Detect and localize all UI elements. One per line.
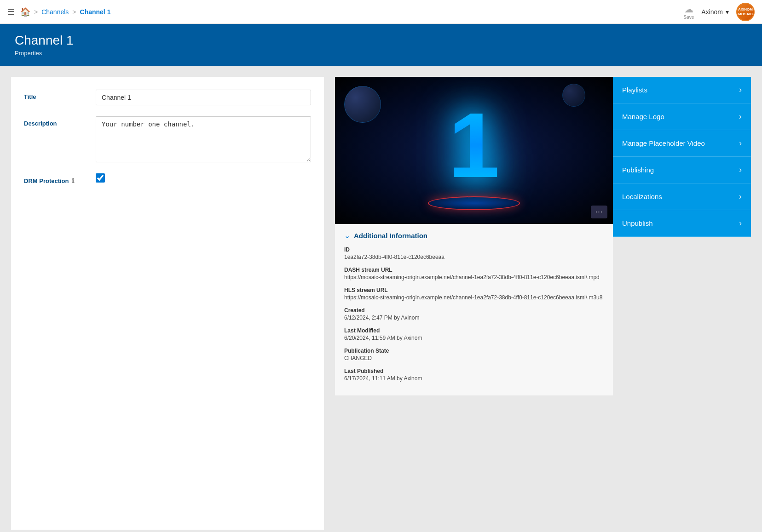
- user-dropdown-icon: ▾: [726, 8, 729, 16]
- additional-info-header: ⌄ Additional Information: [344, 231, 604, 240]
- hls-label: HLS stream URL: [344, 287, 604, 293]
- playlists-chevron-icon: ›: [739, 85, 742, 95]
- description-field-group: Description Your number one channel.: [24, 116, 311, 162]
- app-logo[interactable]: AXINOMMOSAIC: [736, 3, 755, 21]
- logo-text: AXINOMMOSAIC: [738, 7, 753, 16]
- title-input[interactable]: [96, 90, 311, 105]
- drm-checkbox[interactable]: [96, 173, 105, 183]
- created-label: Created: [344, 307, 604, 314]
- id-value: 1ea2fa72-38db-4ff0-811e-c120ec6beeaa: [344, 254, 604, 260]
- modified-value: 6/20/2024, 11:59 AM by Axinom: [344, 335, 604, 341]
- breadcrumb-sep-1: >: [34, 8, 38, 16]
- sidebar-item-playlists[interactable]: Playlists ›: [613, 77, 751, 103]
- user-name: Axinom: [701, 8, 723, 16]
- drm-info-icon[interactable]: ℹ: [72, 177, 74, 184]
- current-page-label: Channel 1: [80, 8, 111, 16]
- created-value: 6/12/2024, 2:47 PM by Axinom: [344, 315, 604, 321]
- manage-logo-chevron-icon: ›: [739, 112, 742, 121]
- home-icon[interactable]: 🏠: [20, 7, 30, 17]
- playlists-label: Playlists: [622, 86, 647, 94]
- user-menu[interactable]: Axinom ▾: [701, 8, 729, 16]
- last-published-label: Last Published: [344, 368, 604, 374]
- page-header: Channel 1 Properties: [0, 24, 762, 66]
- manage-placeholder-label: Manage Placeholder Video: [622, 139, 705, 147]
- pub-state-field: Publication State CHANGED: [344, 348, 604, 361]
- unpublish-chevron-icon: ›: [739, 218, 742, 228]
- image-menu-button[interactable]: ···: [591, 206, 607, 218]
- description-input[interactable]: Your number one channel.: [96, 116, 311, 162]
- additional-info-title: Additional Information: [354, 232, 427, 240]
- sidebar-actions: Playlists › Manage Logo › Manage Placeho…: [613, 77, 751, 530]
- last-published-value: 6/17/2024, 11:11 AM by Axinom: [344, 375, 604, 382]
- dash-value: https://mosaic-streaming-origin.example.…: [344, 274, 604, 280]
- pub-state-value: CHANGED: [344, 355, 604, 361]
- publishing-label: Publishing: [622, 166, 654, 174]
- page-title: Channel 1: [15, 33, 747, 48]
- dash-label: DASH stream URL: [344, 267, 604, 273]
- dash-url-field: DASH stream URL https://mosaic-streaming…: [344, 267, 604, 280]
- title-field-group: Title: [24, 90, 311, 105]
- title-label: Title: [24, 90, 88, 100]
- manage-logo-label: Manage Logo: [622, 113, 664, 120]
- channel-image-panel: ···: [335, 77, 613, 224]
- middle-section: ··· ⌄ Additional Information ID 1ea2fa72…: [335, 77, 751, 530]
- glow-ring: [428, 196, 520, 210]
- unpublish-label: Unpublish: [622, 219, 653, 227]
- planet-1: [344, 86, 381, 123]
- localizations-chevron-icon: ›: [739, 192, 742, 201]
- id-field: ID 1ea2fa72-38db-4ff0-811e-c120ec6beeaa: [344, 246, 604, 260]
- hls-url-field: HLS stream URL https://mosaic-streaming-…: [344, 287, 604, 301]
- save-icon: ☁: [684, 4, 693, 15]
- main-content: Title Description Your number one channe…: [0, 66, 762, 532]
- drm-field-group: DRM Protection ℹ: [24, 173, 311, 184]
- sidebar-item-manage-placeholder[interactable]: Manage Placeholder Video ›: [613, 130, 751, 157]
- created-field: Created 6/12/2024, 2:47 PM by Axinom: [344, 307, 604, 321]
- publishing-chevron-icon: ›: [739, 165, 742, 175]
- save-button[interactable]: ☁ Save: [684, 4, 694, 20]
- top-navigation: ☰ 🏠 > Channels > Channel 1 ☁ Save Axinom…: [0, 0, 762, 24]
- sidebar-item-localizations[interactable]: Localizations ›: [613, 183, 751, 210]
- sidebar-item-unpublish[interactable]: Unpublish ›: [613, 210, 751, 237]
- modified-label: Last Modified: [344, 327, 604, 334]
- localizations-label: Localizations: [622, 193, 662, 200]
- id-label: ID: [344, 246, 604, 253]
- collapse-icon[interactable]: ⌄: [344, 231, 350, 240]
- hamburger-menu-icon[interactable]: ☰: [7, 7, 15, 17]
- manage-placeholder-chevron-icon: ›: [739, 138, 742, 148]
- drm-label: DRM Protection ℹ: [24, 173, 88, 184]
- last-published-field: Last Published 6/17/2024, 11:11 AM by Ax…: [344, 368, 604, 382]
- sidebar-item-manage-logo[interactable]: Manage Logo ›: [613, 103, 751, 130]
- modified-field: Last Modified 6/20/2024, 11:59 AM by Axi…: [344, 327, 604, 341]
- sidebar-item-publishing[interactable]: Publishing ›: [613, 157, 751, 183]
- planet-2: [562, 84, 585, 107]
- breadcrumb: 🏠 > Channels > Channel 1: [20, 7, 678, 17]
- middle-column: ··· ⌄ Additional Information ID 1ea2fa72…: [335, 77, 613, 530]
- hls-value: https://mosaic-streaming-origin.example.…: [344, 294, 604, 301]
- channel-image: [335, 77, 613, 224]
- page-subtitle: Properties: [15, 50, 747, 57]
- breadcrumb-sep-2: >: [72, 8, 76, 16]
- form-panel: Title Description Your number one channe…: [11, 77, 324, 530]
- save-label: Save: [684, 15, 694, 20]
- description-label: Description: [24, 116, 88, 127]
- pub-state-label: Publication State: [344, 348, 604, 354]
- channels-link[interactable]: Channels: [41, 8, 69, 16]
- nav-right: ☁ Save Axinom ▾ AXINOMMOSAIC: [684, 3, 755, 21]
- additional-info-panel: ⌄ Additional Information ID 1ea2fa72-38d…: [335, 224, 613, 395]
